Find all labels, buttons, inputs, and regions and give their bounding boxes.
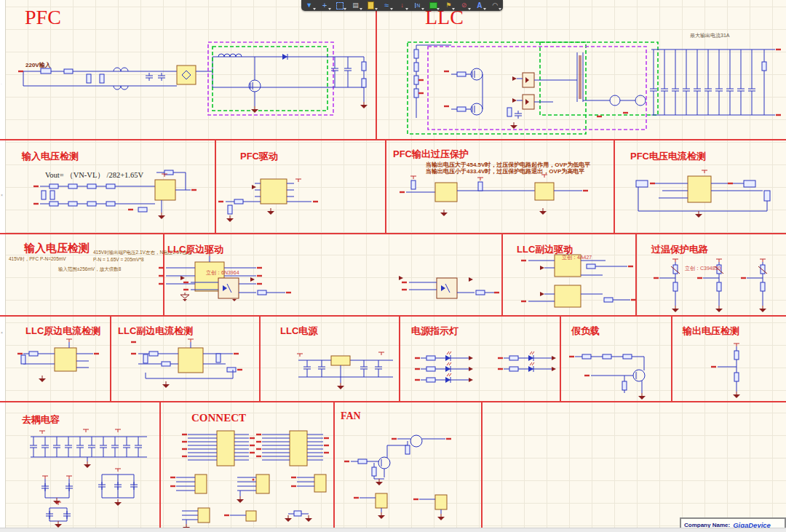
net-label-mark[interactable] (583, 190, 588, 191)
ovp-note-2[interactable]: 当输出电压小于433.4V时，过压保护电路退出，OVP为高电平 (426, 167, 584, 175)
section-title-llc-primary-current[interactable]: LLC原边电流检测 (25, 325, 100, 338)
ldo-regulator[interactable] (331, 356, 350, 365)
schematic-editor-canvas[interactable]: · × × (0, 0, 786, 532)
led-row[interactable] (415, 373, 473, 383)
fan-connector-1[interactable] (354, 493, 387, 519)
current-transformer-1[interactable] (610, 95, 620, 106)
iv2-note-left[interactable]: 415V时，PFC P-N=205mV (9, 256, 66, 263)
cm-choke-bottom[interactable] (114, 86, 128, 90)
opto-gate-driver-unit-2[interactable] (399, 276, 499, 298)
input-220v-label[interactable]: 220V输入 (25, 61, 51, 69)
fan-circuit[interactable] (344, 435, 451, 520)
output-cap-bank[interactable] (650, 49, 781, 116)
section-title-output-voltage-detect[interactable]: 输出电压检测 (683, 325, 739, 338)
header-connector-2[interactable] (256, 431, 329, 466)
pfc-main-circuit[interactable] (18, 42, 368, 115)
pfc-ovp-circuit[interactable] (400, 175, 588, 216)
bridge-rectifier[interactable] (177, 65, 196, 84)
arc-icon[interactable]: ◠ (488, 1, 501, 10)
boost-diode[interactable] (282, 54, 287, 60)
cap-group-c[interactable] (46, 502, 71, 528)
ovp-comparator-ic[interactable] (435, 183, 457, 202)
section-title-input-voltage-detect-2[interactable]: 输入电压检测 (24, 242, 90, 255)
led-row[interactable] (498, 352, 556, 361)
pfc-section-title[interactable]: PFC (25, 6, 61, 29)
vout-formula[interactable]: Vout= （VN-VL） /282+1.65V (45, 170, 143, 180)
ntc-divider-1[interactable] (654, 259, 680, 312)
small-connector-1[interactable] (170, 475, 207, 493)
bottom-connector-2[interactable] (224, 511, 256, 521)
dummy-load-circuit[interactable] (569, 354, 646, 400)
ovp-logic-ic[interactable] (535, 183, 554, 200)
input-voltage-detect-2-circuit[interactable] (159, 253, 262, 301)
input-filter[interactable] (636, 180, 648, 187)
llc-mosfet-high[interactable] (471, 68, 483, 80)
output-rail-label[interactable] (776, 49, 781, 50)
cap-group-b[interactable] (98, 469, 138, 506)
cap-bank-main[interactable] (30, 429, 147, 468)
driver-ic-b[interactable] (555, 285, 581, 307)
pfc-drive-circuit[interactable] (218, 179, 318, 222)
text-icon[interactable]: A (473, 1, 486, 10)
section-title-pfc-vi-detect[interactable]: PFC电压电流检测 (630, 150, 706, 163)
boost-inductor[interactable] (218, 54, 242, 57)
add-icon[interactable]: + (318, 1, 331, 10)
llc-secondary-drive-part-note[interactable]: 立创：4A427 (562, 254, 592, 261)
sheet-symbol-icon[interactable] (426, 1, 440, 10)
section-title-pfc-ovp[interactable]: PFC输出过压保护 (393, 148, 469, 161)
power-led-circuit[interactable] (415, 352, 556, 383)
section-title-input-voltage-detect-1[interactable]: 输入电压检测 (22, 150, 79, 163)
net-label-mark[interactable] (728, 183, 733, 184)
floating-toolbar[interactable]: ▼ + ▤ ≈ ↓ N ⚑ ⊘ A ◠ (301, 0, 503, 11)
llc-main-circuit[interactable] (408, 42, 781, 134)
current-transformer-2[interactable] (635, 95, 646, 106)
current-amp-ic[interactable] (178, 348, 203, 373)
led-row[interactable] (415, 352, 473, 361)
llc-mosfet-low[interactable] (471, 103, 483, 115)
header-connector-1[interactable] (182, 431, 255, 466)
net-port-icon[interactable]: ↓ (395, 1, 408, 10)
component-icon[interactable] (365, 1, 378, 10)
iv2-note-right2[interactable]: P-N = 1.65V = 205mV*8 (93, 257, 144, 262)
section-title-llc-secondary-current[interactable]: LLC副边电流检测 (118, 325, 193, 338)
llc-primary-current-circuit[interactable] (17, 339, 99, 382)
sense-opamp-ic[interactable] (688, 176, 711, 202)
max-output-current-note[interactable]: 最大输出电流31A (690, 32, 729, 39)
otp-part-note[interactable]: 立创：C394850 (685, 265, 720, 272)
small-connector-2[interactable] (237, 475, 269, 503)
decoupling-cap-circuit[interactable] (30, 429, 147, 528)
net-label-mark[interactable] (191, 189, 196, 191)
small-connector-3[interactable] (291, 475, 326, 492)
current-amp-ic[interactable] (55, 348, 76, 371)
copy-icon[interactable]: ▤ (349, 1, 362, 10)
horizontal-scrollbar[interactable] (0, 528, 786, 532)
ntc-divider-3[interactable] (741, 259, 767, 312)
led-row[interactable] (415, 362, 473, 372)
net-label-mark[interactable] (94, 353, 99, 354)
connect-circuit[interactable] (170, 431, 329, 531)
llc-primary-drive-circuit[interactable] (180, 276, 499, 298)
gate-driver-ic[interactable] (261, 179, 287, 204)
section-title-fan[interactable]: FAN (341, 410, 361, 422)
no-connect-icon[interactable]: ⊘ (458, 1, 471, 10)
cm-choke-top[interactable] (114, 68, 128, 71)
pfc-vi-detect-circuit[interactable] (636, 170, 770, 218)
output-filter[interactable] (764, 191, 770, 201)
section-title-llc-power[interactable]: LLC电源 (280, 325, 317, 338)
bus-icon[interactable]: ≈ (380, 1, 393, 10)
led-row[interactable] (498, 362, 556, 372)
bottom-esd-part[interactable] (285, 511, 312, 522)
section-title-llc-primary-drive[interactable]: LLC原边驱动 (167, 243, 223, 256)
select-area-icon[interactable] (333, 1, 346, 10)
pfc-mosfet[interactable] (249, 80, 261, 92)
net-flag-icon[interactable]: ⚑ (442, 1, 455, 10)
fan-connector-2[interactable] (413, 495, 447, 520)
net-label-icon[interactable]: N (411, 1, 424, 10)
llc-secondary-current-circuit[interactable] (131, 339, 242, 388)
opamp-ic[interactable] (155, 180, 175, 200)
section-title-decoupling[interactable]: 去耦电容 (22, 413, 60, 426)
llc-primary-drive-part-note[interactable]: 立创：6N3964 (206, 269, 239, 277)
mov-varistor[interactable] (87, 74, 91, 83)
section-title-pfc-drive[interactable]: PFC驱动 (240, 150, 278, 163)
section-title-power-led[interactable]: 电源指示灯 (411, 325, 458, 338)
